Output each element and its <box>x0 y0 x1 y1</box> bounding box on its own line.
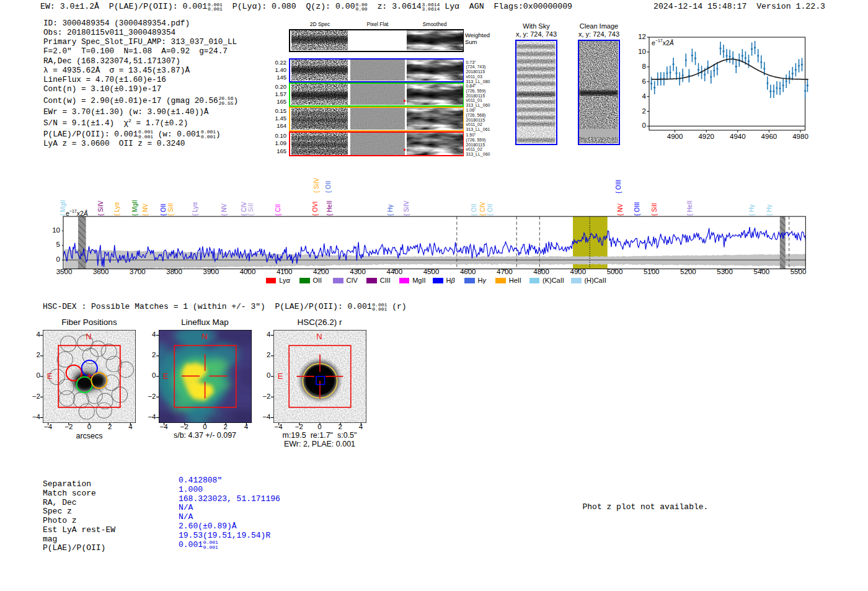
svg-text:E: E <box>47 371 53 381</box>
svg-text:N: N <box>202 332 207 341</box>
svg-text:E: E <box>162 371 168 381</box>
svg-text:E: E <box>277 371 283 381</box>
svg-text:N: N <box>316 332 322 341</box>
svg-text:N: N <box>86 332 91 341</box>
